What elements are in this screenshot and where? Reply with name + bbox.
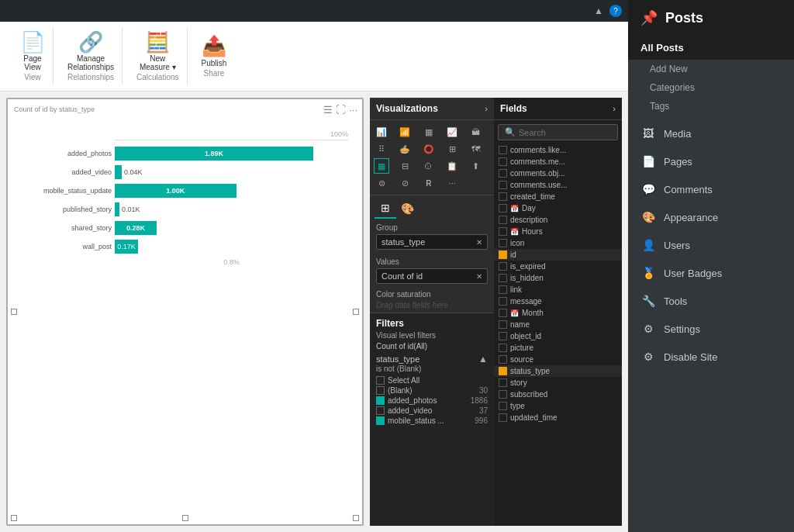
- list-item[interactable]: link: [494, 284, 622, 295]
- field-checkbox: [499, 169, 507, 178]
- viz-values-field[interactable]: Count of id ✕: [376, 268, 488, 284]
- list-item[interactable]: type: [494, 400, 622, 412]
- arrow-up-icon[interactable]: ▲: [594, 5, 603, 16]
- viz-icon-custom[interactable]: ⊘: [397, 175, 413, 191]
- field-checkbox: [499, 390, 507, 399]
- viz-group-field-remove[interactable]: ✕: [476, 238, 482, 247]
- viz-group-field[interactable]: status_type ✕: [376, 234, 488, 250]
- viz-icon-bar-100pct[interactable]: ▦: [421, 124, 437, 140]
- filter-checkbox-mobile-status[interactable]: [376, 416, 385, 425]
- list-item[interactable]: source: [494, 354, 622, 365]
- list-item[interactable]: name: [494, 319, 622, 330]
- list-item[interactable]: 📅 Day: [494, 202, 622, 214]
- sidebar-item-tags[interactable]: Tags: [628, 97, 794, 119]
- list-item[interactable]: object_id: [494, 330, 622, 342]
- list-item[interactable]: comments.like...: [494, 144, 622, 156]
- publish-button[interactable]: 📤 Publish Share: [194, 32, 235, 81]
- viz-icon-map[interactable]: 🗺: [468, 141, 484, 157]
- field-checkbox: [499, 262, 507, 271]
- viz-icon-card[interactable]: 📋: [444, 158, 460, 174]
- sidebar-item-pages[interactable]: 📄 Pages: [628, 147, 794, 175]
- viz-panel-arrow[interactable]: ›: [485, 104, 488, 113]
- list-item[interactable]: comments.use...: [494, 179, 622, 191]
- list-item[interactable]: updated_time: [494, 412, 622, 423]
- list-item[interactable]: 📅 Month: [494, 307, 622, 319]
- resize-handle-bm[interactable]: [182, 515, 188, 521]
- fields-panel-arrow[interactable]: ›: [613, 104, 616, 113]
- viz-icon-gauge[interactable]: ⏲: [421, 158, 437, 174]
- list-item: added_photos 1886: [376, 396, 488, 406]
- resize-handle-ml[interactable]: [11, 309, 17, 315]
- search-icon: 🔍: [505, 127, 516, 137]
- sidebar-item-users[interactable]: 👤 Users: [628, 231, 794, 259]
- filter-checkbox-select-all[interactable]: [376, 376, 385, 385]
- sidebar-item-categories[interactable]: Categories: [628, 78, 794, 97]
- list-item[interactable]: status_type: [494, 365, 622, 377]
- new-measure-button[interactable]: 🧮 NewMeasure ▾ Calculations: [129, 28, 187, 85]
- list-item[interactable]: comments.obj...: [494, 168, 622, 179]
- sidebar-item-add-new[interactable]: Add New: [628, 60, 794, 78]
- viz-icon-bar-clustered[interactable]: 📊: [374, 124, 389, 140]
- viz-icon-bar-stacked[interactable]: 📶: [397, 124, 413, 140]
- chart-expand-icon[interactable]: ⛶: [336, 104, 346, 116]
- manage-relationships-button[interactable]: 🔗 ManageRelationships Relationships: [60, 28, 123, 85]
- viz-icon-area[interactable]: 🏔: [468, 124, 484, 140]
- search-input[interactable]: [519, 128, 611, 137]
- sidebar-item-appearance[interactable]: 🎨 Appearance: [628, 203, 794, 231]
- search-box[interactable]: 🔍: [498, 124, 618, 140]
- filter-checkbox-added-photos[interactable]: [376, 396, 385, 405]
- chart-baseline: 0.8%: [115, 258, 348, 266]
- viz-icon-line[interactable]: 📈: [444, 124, 460, 140]
- list-item[interactable]: story: [494, 377, 622, 389]
- list-item[interactable]: icon: [494, 237, 622, 249]
- field-checkbox: [499, 355, 507, 364]
- viz-icon-pie[interactable]: 🥧: [397, 141, 413, 157]
- list-item[interactable]: subscribed: [494, 389, 622, 400]
- resize-handle-mr[interactable]: [353, 309, 359, 315]
- sidebar-item-settings[interactable]: ⚙ Settings: [628, 315, 794, 343]
- filter-checkbox-added-video[interactable]: [376, 406, 385, 415]
- list-item[interactable]: is_hidden: [494, 272, 622, 284]
- viz-icon-table[interactable]: ▦: [374, 158, 389, 174]
- sidebar-item-all-posts[interactable]: All Posts: [628, 36, 794, 60]
- sidebar-item-disable-site[interactable]: ⚙ Disable Site: [628, 343, 794, 371]
- sidebar-item-comments[interactable]: 💬 Comments: [628, 175, 794, 203]
- bar-label: shared_story: [16, 224, 112, 232]
- viz-icon-treemap[interactable]: ⊞: [444, 141, 460, 157]
- viz-icon-kpi[interactable]: ⬆: [468, 158, 484, 174]
- field-name: comments.me...: [510, 157, 565, 166]
- pages-label: Pages: [664, 156, 692, 168]
- list-item[interactable]: created_time: [494, 191, 622, 202]
- viz-tab-format[interactable]: 🎨: [396, 199, 418, 219]
- resize-handle-br[interactable]: [353, 515, 359, 521]
- help-icon[interactable]: ?: [609, 5, 622, 17]
- viz-values-field-remove[interactable]: ✕: [476, 272, 482, 281]
- list-item[interactable]: comments.me...: [494, 156, 622, 168]
- filter2-expand[interactable]: ▲: [478, 354, 488, 364]
- list-item[interactable]: description: [494, 214, 622, 226]
- viz-icon-more[interactable]: ···: [444, 175, 460, 191]
- viz-icon-slicer[interactable]: ⊜: [374, 175, 389, 191]
- resize-handle-bl[interactable]: [11, 515, 17, 521]
- viz-tab-fields[interactable]: ⊞: [375, 199, 396, 219]
- viz-icon-r[interactable]: R: [421, 175, 437, 191]
- viz-drag-placeholder: Drag data fields here: [376, 301, 488, 309]
- sidebar-item-user-badges[interactable]: 🏅 User Badges: [628, 259, 794, 287]
- page-view-button[interactable]: 📄 Page View View: [12, 28, 54, 85]
- sidebar-item-media[interactable]: 🖼 Media: [628, 119, 794, 147]
- list-item[interactable]: id: [494, 249, 622, 261]
- viz-color-section: Color saturation Drag data fields here: [370, 287, 494, 313]
- viz-icon-scatter[interactable]: ⠿: [374, 141, 389, 157]
- filter-checkbox-blank[interactable]: [376, 386, 385, 395]
- chart-menu-icon[interactable]: ☰: [323, 104, 333, 116]
- viz-values-field-name: Count of id: [381, 271, 423, 281]
- viz-icon-donut[interactable]: ⭕: [421, 141, 437, 157]
- sidebar-item-tools[interactable]: 🔧 Tools: [628, 287, 794, 315]
- field-checkbox: [499, 239, 507, 247]
- list-item[interactable]: picture: [494, 342, 622, 354]
- list-item[interactable]: 📅 Hours: [494, 226, 622, 237]
- list-item[interactable]: is_expired: [494, 261, 622, 272]
- list-item[interactable]: message: [494, 295, 622, 307]
- viz-icon-matrix[interactable]: ⊟: [397, 158, 413, 174]
- chart-more-icon[interactable]: ···: [349, 104, 357, 116]
